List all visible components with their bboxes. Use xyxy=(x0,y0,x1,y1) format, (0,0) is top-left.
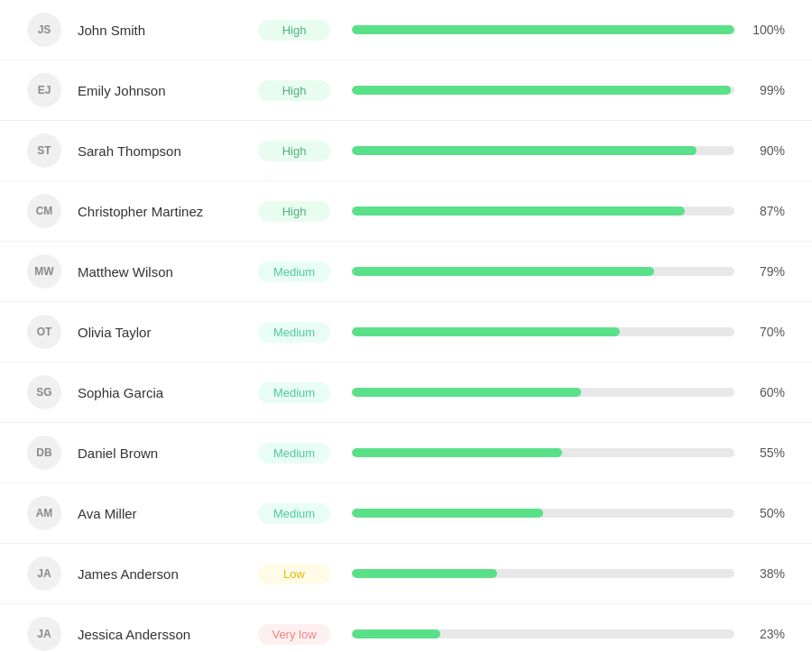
progress-bar-fill xyxy=(352,509,543,518)
progress-bar-fill xyxy=(352,388,581,397)
progress-bar-container xyxy=(352,448,734,457)
progress-bar-container xyxy=(352,629,734,638)
avatar: CM xyxy=(27,194,61,228)
progress-bar-container xyxy=(352,327,734,336)
table-row: AMAva MillerMedium50% xyxy=(0,483,812,544)
person-name: Christopher Martinez xyxy=(78,204,258,219)
avatar: SG xyxy=(27,375,61,409)
percent-label: 50% xyxy=(749,506,785,520)
percent-label: 87% xyxy=(749,204,785,218)
person-name: Olivia Taylor xyxy=(78,325,258,340)
person-name: Matthew Wilson xyxy=(78,264,258,280)
progress-bar-fill xyxy=(352,267,654,276)
leaderboard-list: JSJohn SmithHigh100%EJEmily JohnsonHigh9… xyxy=(0,0,812,652)
score-badge: Medium xyxy=(258,443,330,464)
avatar: MW xyxy=(27,254,61,289)
person-name: Daniel Brown xyxy=(78,445,258,461)
score-badge: Medium xyxy=(258,382,330,403)
progress-bar-container xyxy=(352,25,734,34)
progress-bar-container xyxy=(352,207,734,216)
percent-label: 55% xyxy=(749,445,785,460)
percent-label: 99% xyxy=(749,83,785,97)
progress-bar-container xyxy=(352,267,734,276)
percent-label: 60% xyxy=(749,385,785,399)
progress-bar-container xyxy=(352,146,734,155)
progress-bar-fill xyxy=(352,207,685,216)
person-name: Sophia Garcia xyxy=(78,385,258,400)
table-row: JAJessica AnderssonVery low23% xyxy=(0,604,812,652)
score-badge: Medium xyxy=(258,503,330,524)
score-badge: Medium xyxy=(258,262,330,282)
person-name: Sarah Thompson xyxy=(78,143,258,159)
table-row: SGSophia GarciaMedium60% xyxy=(0,363,812,423)
avatar: OT xyxy=(27,315,61,349)
progress-bar-container xyxy=(352,569,734,578)
table-row: JAJames AndersonLow38% xyxy=(0,544,812,604)
score-badge: High xyxy=(258,20,330,41)
progress-bar-fill xyxy=(352,448,562,457)
avatar: DB xyxy=(27,436,61,470)
avatar: JS xyxy=(27,13,61,47)
percent-label: 38% xyxy=(749,566,785,581)
percent-label: 70% xyxy=(749,325,785,339)
progress-bar-container xyxy=(352,388,734,397)
progress-bar-fill xyxy=(352,327,620,336)
table-row: CMChristopher MartinezHigh87% xyxy=(0,181,812,242)
table-row: JSJohn SmithHigh100% xyxy=(0,0,812,60)
score-badge: Medium xyxy=(258,322,330,343)
table-row: EJEmily JohnsonHigh99% xyxy=(0,60,812,121)
progress-bar-container xyxy=(352,86,734,95)
person-name: James Anderson xyxy=(78,566,258,582)
percent-label: 90% xyxy=(749,143,785,158)
progress-bar-fill xyxy=(352,629,440,638)
person-name: John Smith xyxy=(78,23,258,38)
progress-bar-fill xyxy=(352,25,734,34)
score-badge: High xyxy=(258,141,330,161)
table-row: MWMatthew WilsonMedium79% xyxy=(0,242,812,302)
avatar: JA xyxy=(27,556,61,591)
avatar: ST xyxy=(27,133,61,168)
person-name: Emily Johnson xyxy=(78,83,258,98)
person-name: Jessica Andersson xyxy=(78,627,258,642)
score-badge: Low xyxy=(258,564,330,584)
avatar: EJ xyxy=(27,73,61,107)
percent-label: 100% xyxy=(749,23,785,37)
percent-label: 23% xyxy=(749,627,785,641)
table-row: DBDaniel BrownMedium55% xyxy=(0,423,812,483)
person-name: Ava Miller xyxy=(78,506,258,521)
score-badge: High xyxy=(258,80,330,101)
progress-bar-container xyxy=(352,509,734,518)
progress-bar-fill xyxy=(352,569,497,578)
table-row: OTOlivia TaylorMedium70% xyxy=(0,302,812,363)
table-row: STSarah ThompsonHigh90% xyxy=(0,121,812,181)
avatar: AM xyxy=(27,496,61,530)
score-badge: Very low xyxy=(258,624,330,645)
percent-label: 79% xyxy=(749,264,785,279)
avatar: JA xyxy=(27,617,61,651)
score-badge: High xyxy=(258,201,330,222)
progress-bar-fill xyxy=(352,86,731,95)
progress-bar-fill xyxy=(352,146,697,155)
